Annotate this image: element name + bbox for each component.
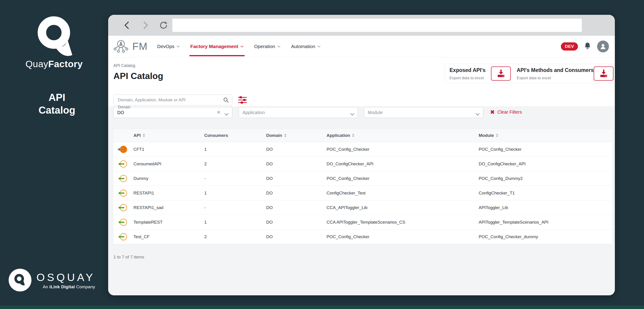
- cell-domain: DO: [266, 147, 326, 152]
- export-exposed-apis-button[interactable]: [491, 66, 511, 80]
- cell-domain: DO: [266, 162, 326, 166]
- table-row[interactable]: RESTAPI1 1 DO ConfigChecker_Test ConfigC…: [114, 186, 612, 200]
- sort-icon: [284, 134, 286, 137]
- cell-api: RESTAPI1_sad: [134, 205, 204, 210]
- chevron-down-icon: [350, 112, 354, 117]
- cell-module: DO_ConfigChecker_API: [479, 162, 612, 166]
- bell-icon[interactable]: [584, 42, 592, 51]
- osquay-wordmark: OSQUAY: [36, 271, 95, 284]
- navbar-right: DEV: [561, 40, 609, 52]
- column-application[interactable]: Application: [326, 133, 479, 138]
- table-body: CFT1 1 DO POC_Config_Checker POC_Config_…: [114, 142, 612, 244]
- column-domain[interactable]: Domain: [266, 133, 326, 138]
- api-type-icon: [114, 233, 134, 240]
- osquay-logo-icon: [9, 269, 32, 292]
- download-excel-icon: [599, 68, 609, 78]
- forward-icon[interactable]: [140, 20, 150, 30]
- module-select-placeholder: Module: [368, 110, 383, 115]
- cell-consumers: 2: [204, 162, 266, 166]
- domain-select[interactable]: Domain DO ×: [114, 107, 232, 118]
- cell-application: CCA APIToggler_TemplateScenarios_CS: [326, 220, 479, 225]
- cell-consumers: 1: [204, 220, 266, 225]
- api-type-icon: [114, 190, 134, 197]
- menu-item-automation[interactable]: Automation: [291, 36, 321, 57]
- chevron-down-icon: [475, 112, 480, 117]
- table-row[interactable]: ConsumedAPI 2 DO DO_ConfigChecker_API DO…: [114, 157, 612, 171]
- table-header: API Consumers Domain Application: [114, 129, 612, 142]
- cell-consumers: -: [204, 205, 266, 210]
- cell-consumers: 2: [204, 234, 266, 239]
- cell-module: APIToggler_Lib: [479, 205, 612, 210]
- column-api[interactable]: API: [134, 133, 204, 138]
- url-bar[interactable]: [172, 19, 582, 32]
- export-subtitle: Export data to excel: [450, 76, 486, 80]
- export-title: API's Methods and Consumers: [517, 67, 594, 73]
- octopus-icon: [113, 39, 129, 54]
- table-row[interactable]: Dummy - DO POC_Config_Checker POC_Config…: [114, 171, 612, 186]
- breadcrumb[interactable]: API Catalog: [114, 63, 135, 68]
- export-card: Exposed API's Export data to excel API's…: [445, 64, 614, 83]
- cell-domain: DO: [266, 220, 326, 225]
- active-tab-underline: [190, 55, 244, 56]
- back-icon[interactable]: [122, 20, 132, 30]
- cell-api: RESTAPI1: [134, 190, 204, 196]
- cell-consumers: 1: [204, 147, 266, 152]
- application-select[interactable]: Application: [239, 107, 358, 118]
- search-input[interactable]: [114, 94, 232, 106]
- chevron-down-icon: [240, 45, 244, 48]
- api-table: API Consumers Domain Application: [114, 129, 612, 244]
- module-select[interactable]: Module: [364, 107, 483, 118]
- clear-filters-button[interactable]: ✖ Clear Filters: [490, 109, 522, 115]
- clear-filters-label: Clear Filters: [497, 110, 522, 115]
- sort-icon: [143, 134, 145, 137]
- chevron-down-icon: [224, 112, 229, 117]
- fm-logo[interactable]: FM: [113, 39, 148, 54]
- cell-module: APIToggler_TemplateScenarios_API: [479, 220, 612, 225]
- api-type-icon: [114, 218, 134, 226]
- browser-chrome: [108, 15, 615, 36]
- cell-api: CFT1: [134, 147, 204, 152]
- sort-icon: [352, 134, 354, 137]
- cell-api: ConsumedAPI: [134, 162, 204, 166]
- menu-item-factory-management[interactable]: Factory Management: [190, 36, 244, 57]
- search-icon[interactable]: [223, 97, 229, 104]
- menu-item-devops[interactable]: DevOps: [157, 36, 180, 57]
- chevron-down-icon: [176, 45, 180, 48]
- application-select-placeholder: Application: [242, 110, 265, 115]
- cell-module: POC_Config_Checker: [479, 147, 612, 152]
- column-module[interactable]: Module: [479, 133, 612, 138]
- cell-api: Test_CF: [134, 234, 204, 239]
- items-count: 1 to 7 of 7 items: [114, 254, 144, 260]
- export-methods-consumers-button[interactable]: [594, 66, 614, 80]
- cell-application: POC_Config_Checker: [326, 176, 479, 181]
- environment-badge: DEV: [561, 42, 578, 50]
- export-subtitle: Export data to excel: [517, 76, 594, 80]
- cell-application: DO_ConfigChecker_API: [326, 162, 479, 166]
- sidebar-page-label: API Catalog: [0, 91, 114, 116]
- clear-domain-icon[interactable]: ×: [217, 109, 220, 116]
- table-row[interactable]: TemplateREST 1 DO CCA APIToggler_Templat…: [114, 215, 612, 230]
- desktop-background: QuayFactory API Catalog OSQUAY An iLink …: [0, 0, 644, 309]
- refresh-icon[interactable]: [158, 20, 169, 30]
- cell-consumers: 1: [204, 190, 266, 196]
- table-row[interactable]: Test_CF 2 DO POC_Config_Checker POC_Conf…: [114, 230, 612, 244]
- export-exposed-apis: Exposed API's Export data to excel: [450, 64, 486, 83]
- cell-module: POC_Config_Checker_dummy: [479, 234, 612, 239]
- cell-api: TemplateREST: [134, 220, 204, 225]
- cell-api: Dummy: [134, 176, 204, 181]
- menu-item-operation[interactable]: Operation: [254, 36, 280, 57]
- cell-module: POC_Config_Dummy2: [479, 176, 612, 181]
- user-avatar[interactable]: [597, 40, 609, 52]
- bottom-accent-strip: [0, 306, 644, 309]
- cell-domain: DO: [266, 205, 326, 210]
- column-consumers: Consumers: [204, 133, 266, 138]
- table-row[interactable]: RESTAPI1_sad - DO CCA_APIToggler_Lib API…: [114, 200, 612, 215]
- browser-window: FM DevOps Factory Management Operation: [108, 15, 615, 295]
- domain-select-label: Domain: [116, 105, 132, 109]
- filter-sliders-icon[interactable]: [238, 96, 247, 104]
- table-row[interactable]: CFT1 1 DO POC_Config_Checker POC_Config_…: [114, 142, 612, 157]
- app-navbar: FM DevOps Factory Management Operation: [108, 36, 615, 58]
- cell-consumers: -: [204, 176, 266, 181]
- footer-brand: OSQUAY An iLink Digital Company: [9, 269, 95, 292]
- clear-filters-x-icon: ✖: [490, 109, 495, 115]
